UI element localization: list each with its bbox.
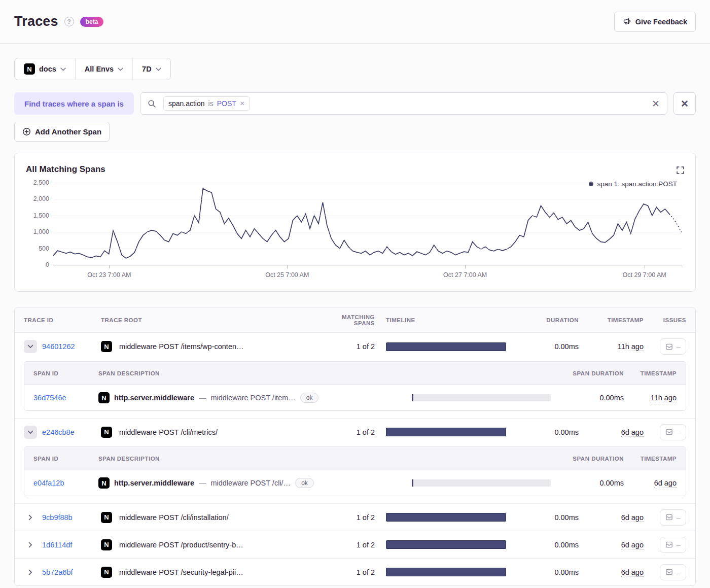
give-feedback-label: Give Feedback <box>635 18 687 26</box>
span-operation-label: http.server.middleware <box>114 394 194 402</box>
timestamp-link[interactable]: 6d ago <box>621 541 644 549</box>
add-another-span-button[interactable]: Add Another Span <box>14 122 110 142</box>
issues-placeholder: – <box>677 342 681 351</box>
span-timestamp-link[interactable]: 6d ago <box>654 479 677 488</box>
expand-chevron-button[interactable] <box>24 426 37 439</box>
token-remove-icon[interactable]: ✕ <box>240 100 245 107</box>
x-tick <box>109 265 110 268</box>
matching-spans-count: 1 of 2 <box>337 541 386 549</box>
timestamp-link[interactable]: 6d ago <box>621 513 644 522</box>
span-position-tick <box>412 394 413 401</box>
duration-value: 0.00ms <box>524 342 579 351</box>
trace-id-link[interactable]: 9cb9f88b <box>42 513 73 522</box>
matching-spans-count: 1 of 2 <box>337 428 386 436</box>
trace-id-link[interactable]: e246cb8e <box>42 428 75 436</box>
col-span-id: SPAN ID <box>33 456 98 462</box>
span-timeline-bar <box>412 394 551 401</box>
span-row: e04fa12b N http.server.middleware — midd… <box>24 470 686 496</box>
fullscreen-icon[interactable] <box>677 166 684 174</box>
duration-value: 0.00ms <box>524 568 579 576</box>
gridline <box>53 249 682 249</box>
issues-icon <box>665 568 673 576</box>
token-key: span.action <box>168 99 205 108</box>
issues-button[interactable]: – <box>660 537 686 553</box>
spans-subtable-header: SPAN ID SPAN DESCRIPTION SPAN DURATION T… <box>24 447 686 470</box>
expand-chevron-button[interactable] <box>24 566 37 579</box>
table-row: 1d6114df N middleware POST /product/sent… <box>15 531 695 558</box>
date-range-filter[interactable]: 7D <box>132 58 170 80</box>
help-icon[interactable]: ? <box>64 17 74 26</box>
expand-chevron-button[interactable] <box>24 538 37 551</box>
x-tick <box>645 265 645 268</box>
trace-root-label: middleware POST /product/sentry-b… <box>119 541 243 549</box>
issues-placeholder: – <box>677 428 681 436</box>
traces-table-header: TRACE ID TRACE ROOT MATCHING SPANS TIMEL… <box>15 307 695 333</box>
span-search-row: Find traces where a span is span.action … <box>14 92 696 115</box>
col-timestamp: TIMESTAMP <box>579 317 644 323</box>
issues-button[interactable]: – <box>660 424 686 440</box>
x-tick <box>465 265 466 268</box>
token-value: POST <box>217 99 236 108</box>
table-row: 9cb9f88b N middleware POST /cli/installa… <box>15 503 695 531</box>
page-filter-bar: N docs All Envs 7D <box>14 58 171 80</box>
span-duration-value: 0.00ms <box>564 394 624 402</box>
timeline-bar <box>386 342 506 351</box>
col-timeline: TIMELINE <box>386 317 524 323</box>
issues-icon <box>665 428 673 436</box>
expand-chevron-button[interactable] <box>24 511 37 524</box>
col-span-duration: SPAN DURATION <box>564 456 624 462</box>
search-token-span-action[interactable]: span.action is POST ✕ <box>163 96 250 111</box>
span-id-link[interactable]: 36d7546e <box>33 394 66 402</box>
col-matching-spans: MATCHING SPANS <box>337 314 386 326</box>
col-span-id: SPAN ID <box>33 370 98 376</box>
gridline <box>53 183 682 183</box>
chart-x-axis: Oct 23 7:00 AMOct 25 7:00 AMOct 27 7:00 … <box>53 265 682 282</box>
trace-root-label: middleware POST /security-legal-pii… <box>119 568 243 576</box>
search-icon <box>148 99 156 108</box>
give-feedback-button[interactable]: Give Feedback <box>614 12 696 32</box>
x-tick-label: Oct 27 7:00 AM <box>443 271 487 279</box>
trace-id-link[interactable]: 1d6114df <box>42 541 72 549</box>
timeline-bar <box>386 513 506 522</box>
spans-subtable-body: 36d7546e N http.server.middleware — midd… <box>24 385 686 410</box>
project-filter[interactable]: N docs <box>15 58 75 80</box>
expand-chevron-button[interactable] <box>24 340 37 353</box>
trace-id-link[interactable]: 5b72a6bf <box>42 568 73 576</box>
timeline-bar <box>386 540 506 549</box>
trace-id-link[interactable]: 94601262 <box>42 342 75 351</box>
matching-spans-count: 1 of 2 <box>337 513 386 522</box>
col-span-description: SPAN DESCRIPTION <box>98 456 412 462</box>
span-timestamp-link[interactable]: 11h ago <box>651 394 677 402</box>
span-search-input[interactable]: span.action is POST ✕ ✕ <box>140 92 667 115</box>
delete-span-row-button[interactable]: ✕ <box>673 92 696 115</box>
find-traces-where-pill[interactable]: Find traces where a span is <box>14 92 134 115</box>
matching-spans-count: 1 of 2 <box>337 342 386 351</box>
timestamp-link[interactable]: 6d ago <box>621 428 644 437</box>
duration-value: 0.00ms <box>524 513 579 522</box>
col-span-duration: SPAN DURATION <box>564 370 624 376</box>
search-clear-icon[interactable]: ✕ <box>652 99 660 109</box>
issues-button[interactable]: – <box>660 338 686 355</box>
y-tick-label: 500 <box>39 245 49 252</box>
col-issues: ISSUES <box>644 317 686 323</box>
timestamp-link[interactable]: 11h ago <box>618 342 644 351</box>
timestamp-link[interactable]: 6d ago <box>621 568 644 577</box>
nextjs-icon: N <box>98 477 110 489</box>
issues-button[interactable]: – <box>660 509 686 526</box>
x-tick-label: Oct 23 7:00 AM <box>87 271 131 279</box>
y-tick-label: 2,500 <box>33 179 49 186</box>
y-tick-label: 1,500 <box>33 212 49 219</box>
span-status-badge: ok <box>295 478 314 488</box>
table-row: 5b72a6bf N middleware POST /security-leg… <box>15 558 695 585</box>
matching-spans-count: 1 of 2 <box>337 568 386 576</box>
project-filter-value: docs <box>39 65 56 73</box>
chevron-down-icon <box>118 67 123 71</box>
gridline <box>53 232 682 232</box>
col-duration: DURATION <box>524 317 579 323</box>
issues-button[interactable]: – <box>660 564 686 580</box>
chart-body: 05001,0001,5002,0002,500 <box>24 183 682 265</box>
spans-line-chart <box>53 183 682 265</box>
span-id-link[interactable]: e04fa12b <box>33 479 64 487</box>
gridline <box>53 216 682 216</box>
environment-filter[interactable]: All Envs <box>75 58 132 80</box>
